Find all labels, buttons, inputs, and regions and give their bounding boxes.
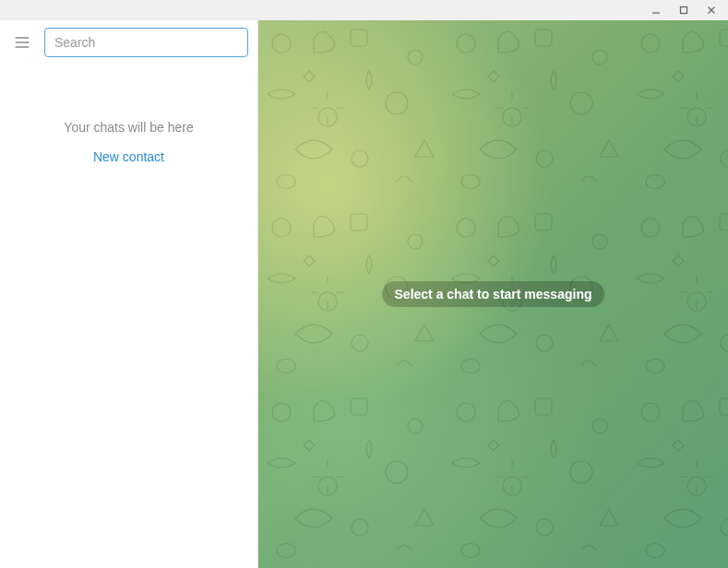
new-contact-link[interactable]: New contact: [0, 149, 257, 164]
search-input[interactable]: [44, 28, 248, 57]
chat-list-empty-state: Your chats will be here New contact: [0, 120, 257, 164]
window-titlebar: [0, 0, 728, 20]
app-root: Your chats will be here New contact Sele…: [0, 20, 728, 568]
sidebar: Your chats will be here New contact: [0, 20, 258, 568]
maximize-icon: [678, 5, 689, 16]
select-chat-prompt: Select a chat to start messaging: [382, 281, 605, 307]
window-maximize-button[interactable]: [671, 1, 697, 19]
window-minimize-button[interactable]: [643, 1, 669, 19]
svg-rect-1: [681, 7, 687, 14]
hamburger-icon: [13, 33, 31, 52]
sidebar-header: [0, 20, 257, 65]
window-close-button[interactable]: [698, 1, 724, 19]
chat-area: Select a chat to start messaging: [258, 20, 728, 568]
minimize-icon: [650, 5, 662, 16]
empty-state-text: Your chats will be here: [0, 120, 257, 135]
menu-button[interactable]: [9, 30, 35, 55]
close-icon: [706, 5, 717, 16]
